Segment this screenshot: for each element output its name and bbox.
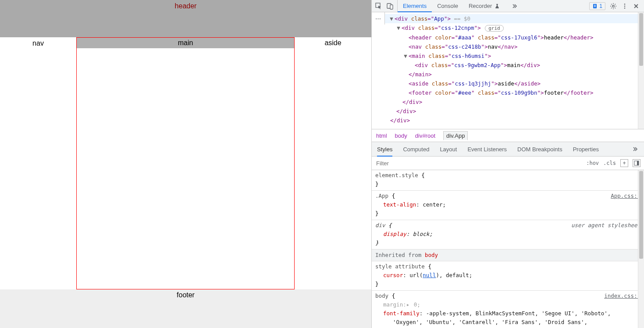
devtools-panel: Elements Console Recorder 1 <box>371 0 644 328</box>
page-preview: header nav main aside footer <box>0 0 371 328</box>
chevron-double-right-icon[interactable] <box>632 146 639 153</box>
svg-point-7 <box>612 5 614 7</box>
styles-pane[interactable]: element.style { } App.css:1 .App { text-… <box>372 170 644 328</box>
preview-main-label: main <box>77 38 294 48</box>
preview-aside: aside <box>295 37 371 289</box>
expand-shorthand-icon[interactable]: ▸ <box>406 300 410 309</box>
tab-recorder-label: Recorder <box>469 3 492 9</box>
subtab-dom-breakpoints[interactable]: DOM Breakpoints <box>517 142 562 156</box>
subtab-styles[interactable]: Styles <box>377 142 392 156</box>
svg-line-12 <box>611 4 612 5</box>
svg-line-14 <box>611 7 612 8</box>
inspect-icon[interactable] <box>375 3 382 10</box>
styles-scrollbar[interactable] <box>638 170 644 328</box>
source-link[interactable]: index.css:1 <box>604 292 640 300</box>
breadcrumb: html body div#root div.App <box>372 129 644 142</box>
style-rule[interactable]: index.css:1 body { margin:▸ 0; font-fami… <box>372 291 644 328</box>
disclosure-triangle-icon[interactable]: ▼ <box>396 23 401 32</box>
svg-line-13 <box>615 7 616 8</box>
svg-rect-6 <box>594 7 596 7</box>
chevron-double-right-icon <box>511 3 518 10</box>
preview-footer: footer <box>0 289 371 328</box>
source-link[interactable]: App.css:1 <box>611 192 640 200</box>
svg-rect-4 <box>594 5 596 5</box>
disclosure-triangle-icon[interactable]: ▼ <box>403 51 408 61</box>
breadcrumb-item-selected[interactable]: div.App <box>443 131 468 140</box>
hov-toggle[interactable]: :hov <box>586 160 599 166</box>
issues-badge[interactable]: 1 <box>589 2 605 10</box>
disclosure-triangle-icon[interactable]: ▼ <box>389 14 394 23</box>
new-rule-button[interactable]: + <box>620 159 628 167</box>
style-rule[interactable]: App.css:1 .App { text-align: center; } <box>372 191 644 220</box>
subtab-layout[interactable]: Layout <box>440 142 457 156</box>
breadcrumb-item[interactable]: body <box>395 132 407 139</box>
tabs-overflow[interactable] <box>506 0 523 12</box>
subtab-event-listeners[interactable]: Event Listeners <box>467 142 507 156</box>
svg-line-15 <box>615 4 616 5</box>
svg-point-18 <box>624 7 626 9</box>
cls-toggle[interactable]: .cls <box>603 160 616 166</box>
preview-header: header <box>0 0 371 37</box>
issues-count: 1 <box>599 3 602 9</box>
subtab-computed[interactable]: Computed <box>403 142 429 156</box>
tab-console[interactable]: Console <box>432 0 463 12</box>
svg-point-17 <box>624 5 626 7</box>
styles-filter-row: :hov .cls + <box>372 157 644 170</box>
flask-icon <box>494 3 501 10</box>
elements-more-icon[interactable]: ⋯ <box>372 12 385 25</box>
styles-subtabs: Styles Computed Layout Event Listeners D… <box>372 142 644 157</box>
svg-rect-5 <box>594 6 596 6</box>
tab-recorder[interactable]: Recorder <box>463 0 506 12</box>
close-icon[interactable] <box>633 3 640 10</box>
breadcrumb-item[interactable]: html <box>376 132 387 139</box>
source-label: user agent stylesheet <box>571 221 640 230</box>
devtools-toolbar: Elements Console Recorder 1 <box>372 0 644 12</box>
toggle-pane-icon[interactable] <box>633 159 640 167</box>
gear-icon[interactable] <box>610 3 617 10</box>
device-toggle-icon[interactable] <box>387 3 394 10</box>
elements-tree-wrapper: ⋯ ▼<div class="App"> == $0 ▼<div class="… <box>372 12 644 129</box>
preview-nav: nav <box>0 37 76 289</box>
preview-main: main <box>76 37 295 289</box>
style-rule[interactable]: user agent stylesheet div { display: blo… <box>372 220 644 250</box>
svg-rect-2 <box>390 5 393 9</box>
elements-scrollbar[interactable] <box>638 12 644 129</box>
grid-badge[interactable]: grid <box>485 25 504 32</box>
tab-elements[interactable]: Elements <box>398 0 432 12</box>
style-rule[interactable]: element.style { } <box>372 170 644 191</box>
style-rule[interactable]: style attribute { cursor: url(null), def… <box>372 261 644 291</box>
svg-point-16 <box>624 4 626 5</box>
breadcrumb-item[interactable]: div#root <box>415 132 435 139</box>
svg-rect-20 <box>637 161 639 165</box>
kebab-icon[interactable] <box>621 3 628 10</box>
elements-tree[interactable]: ▼<div class="App"> == $0 ▼<div class="cs… <box>385 12 638 129</box>
subtab-properties[interactable]: Properties <box>573 142 599 156</box>
inherited-header: Inherited from body <box>372 250 644 261</box>
styles-filter-input[interactable] <box>375 160 586 167</box>
